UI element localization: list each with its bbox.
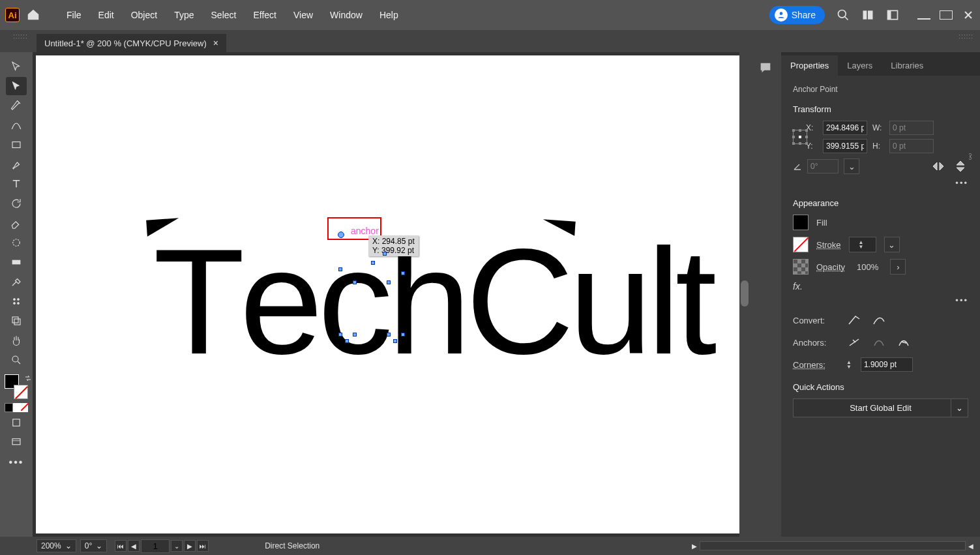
toolbar-grip[interactable]: ::::::: [13, 33, 28, 40]
document-tab[interactable]: Untitled-1* @ 200 % (CMYK/CPU Preview) ×: [37, 34, 226, 52]
arrange-panels-icon[interactable]: [861, 8, 874, 22]
panel-grip[interactable]: ::::::: [958, 33, 973, 40]
edit-toolbar-button[interactable]: •••: [9, 457, 24, 468]
share-person-icon: [775, 8, 788, 22]
convert-smooth-icon[interactable]: [871, 313, 887, 327]
symbol-sprayer-tool[interactable]: [6, 292, 27, 310]
zoom-dropdown[interactable]: 200%⌄: [37, 539, 76, 552]
transform-more-options[interactable]: •••: [793, 178, 968, 188]
selected-anchor-point[interactable]: [338, 232, 344, 238]
screen-mode[interactable]: [6, 433, 27, 451]
stroke-weight-stepper[interactable]: ▲▼: [849, 237, 876, 252]
fill-swatch-panel[interactable]: [793, 215, 809, 230]
appearance-more-options[interactable]: •••: [793, 295, 968, 305]
prev-artboard-button[interactable]: ◀: [128, 540, 140, 552]
color-mode-strip[interactable]: [5, 403, 28, 412]
remove-anchor-icon[interactable]: [846, 335, 862, 350]
window-close[interactable]: [962, 10, 975, 20]
pen-tool[interactable]: [6, 97, 27, 115]
swap-fill-stroke-icon[interactable]: [24, 373, 32, 381]
menu-type[interactable]: Type: [174, 10, 194, 20]
paintbrush-tool[interactable]: [6, 155, 27, 173]
x-input[interactable]: [823, 121, 867, 135]
status-bar: 200%⌄ 0°⌄ ⏮ ◀ ⌄ ▶ ⏭ Direct Selection ▶ ◀: [0, 537, 980, 555]
eraser-tool[interactable]: [6, 214, 27, 232]
scroll-right-button[interactable]: ◀: [966, 541, 976, 551]
selection-context: Anchor Point: [793, 85, 968, 94]
connect-anchor-icon[interactable]: [896, 335, 912, 350]
y-input[interactable]: [823, 139, 867, 153]
workspace-icon[interactable]: [886, 8, 899, 22]
menu-view[interactable]: View: [293, 10, 313, 20]
artboard-dropdown[interactable]: ⌄: [171, 540, 183, 552]
rectangle-tool[interactable]: [6, 136, 27, 154]
artboard-tool[interactable]: [6, 312, 27, 330]
svg-rect-3: [863, 10, 867, 19]
stroke-label[interactable]: Stroke: [816, 240, 841, 250]
menu-effect[interactable]: Effect: [253, 10, 276, 20]
comments-panel-icon[interactable]: [758, 60, 773, 76]
scroll-left-button[interactable]: ▶: [689, 541, 700, 551]
menu-object[interactable]: Object: [131, 10, 157, 20]
last-artboard-button[interactable]: ⏭: [197, 540, 209, 552]
menu-help[interactable]: Help: [379, 10, 398, 20]
menu-window[interactable]: Window: [330, 10, 363, 20]
quick-button-chevron[interactable]: ⌄: [951, 399, 968, 417]
rotate-tool[interactable]: [6, 194, 27, 213]
quick-button-label: Start Global Edit: [850, 403, 912, 413]
first-artboard-button[interactable]: ⏮: [115, 540, 126, 552]
stroke-profile-dropdown[interactable]: ⌄: [884, 237, 900, 252]
artboard-number-input[interactable]: [141, 539, 170, 553]
start-global-edit-button[interactable]: Start Global Edit ⌄: [793, 398, 968, 417]
share-label: Share: [792, 10, 816, 20]
opacity-swatch[interactable]: [793, 259, 809, 275]
type-tool[interactable]: [6, 175, 27, 193]
window-maximize[interactable]: [940, 10, 953, 20]
next-artboard-button[interactable]: ▶: [184, 540, 196, 552]
shape-builder-tool[interactable]: [6, 233, 27, 252]
document-tab-bar: :::::: Untitled-1* @ 200 % (CMYK/CPU Pre…: [0, 30, 980, 52]
fill-stroke-swatch[interactable]: [5, 374, 28, 399]
eyedropper-tool[interactable]: [6, 273, 27, 291]
horizontal-scrollbar[interactable]: ▶ ◀: [689, 541, 976, 550]
menu-select[interactable]: Select: [211, 10, 237, 20]
gradient-tool[interactable]: [6, 253, 27, 271]
home-button[interactable]: [23, 5, 43, 25]
zoom-tool[interactable]: [6, 351, 27, 369]
selection-tool[interactable]: [6, 57, 27, 76]
artboard[interactable]: TechCult anchor X: 294.85 pt Y: 399.92 p…: [36, 55, 739, 533]
tab-libraries[interactable]: Libraries: [882, 55, 932, 76]
stroke-swatch[interactable]: [14, 385, 28, 399]
fx-button[interactable]: fx.: [793, 281, 968, 292]
corner-radius-input[interactable]: [861, 357, 913, 372]
flip-horizontal-icon[interactable]: [930, 159, 946, 173]
convert-corner-icon[interactable]: [846, 313, 862, 327]
tab-layers[interactable]: Layers: [838, 55, 882, 76]
link-wh-icon[interactable]: [966, 150, 975, 165]
direct-selection-tool[interactable]: [6, 77, 27, 95]
corners-label[interactable]: Corners:: [793, 360, 837, 370]
rotate-view-dropdown[interactable]: 0°⌄: [80, 539, 107, 552]
angle-dropdown[interactable]: ⌄: [844, 158, 859, 174]
scroll-thumb[interactable]: [741, 280, 749, 307]
appearance-title: Appearance: [793, 198, 968, 208]
opacity-label[interactable]: Opacity: [816, 262, 845, 272]
svg-point-12: [14, 303, 16, 305]
hand-tool[interactable]: [6, 331, 27, 350]
draw-mode-normal[interactable]: [6, 413, 27, 432]
opacity-dropdown[interactable]: ›: [890, 259, 906, 275]
anchor-hint-label: anchor: [351, 226, 379, 236]
vertical-scrollbar[interactable]: [739, 52, 750, 537]
menu-edit[interactable]: Edit: [98, 10, 114, 20]
window-minimize[interactable]: [917, 10, 930, 20]
search-icon[interactable]: [837, 8, 850, 22]
reference-point-widget[interactable]: [793, 130, 807, 144]
panel-tabs: Properties Layers Libraries: [781, 52, 980, 76]
svg-rect-4: [868, 10, 873, 19]
close-tab-icon[interactable]: ×: [213, 38, 218, 48]
menu-file[interactable]: File: [67, 10, 82, 20]
tab-properties[interactable]: Properties: [781, 55, 838, 76]
share-button[interactable]: Share: [769, 6, 825, 24]
stroke-swatch-panel[interactable]: [793, 237, 809, 252]
curvature-tool[interactable]: [6, 116, 27, 134]
